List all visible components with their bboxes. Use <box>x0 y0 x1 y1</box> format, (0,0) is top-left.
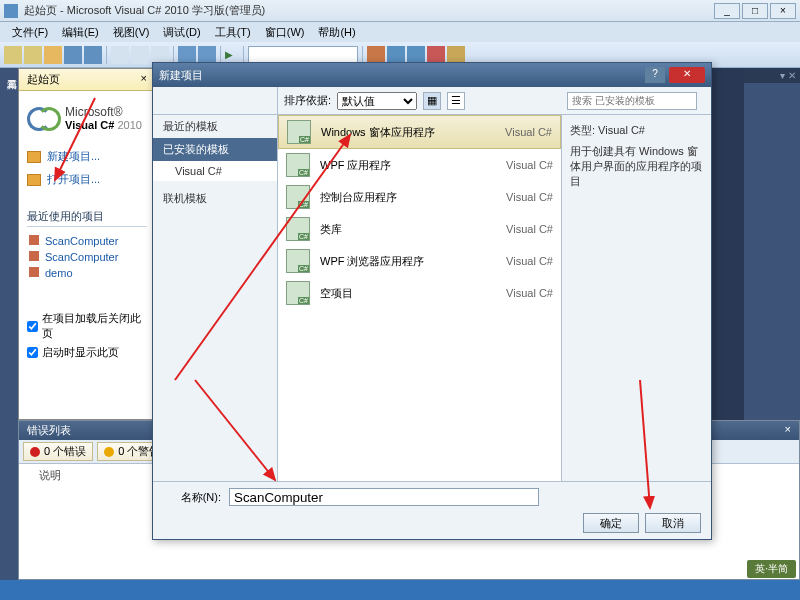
add-item-icon[interactable] <box>24 46 42 64</box>
errors-filter[interactable]: 0 个错误 <box>23 442 93 461</box>
open-project-icon <box>27 174 41 186</box>
template-description: 类型: Visual C# 用于创建具有 Windows 窗体用户界面的应用程序… <box>561 115 711 481</box>
dialog-close-button[interactable]: ✕ <box>669 67 705 83</box>
template-list: Windows 窗体应用程序Visual C# WPF 应用程序Visual C… <box>278 115 561 481</box>
tool-icon-2[interactable] <box>387 46 405 64</box>
new-project-icon <box>27 151 41 163</box>
sort-label: 排序依据: <box>284 93 331 108</box>
close-after-load-checkbox[interactable]: 在项目加载后关闭此页 <box>27 309 147 343</box>
tool-icon-5[interactable] <box>447 46 465 64</box>
template-wpf-browser[interactable]: WPF 浏览器应用程序Visual C# <box>278 245 561 277</box>
sort-select[interactable]: 默认值 <box>337 92 417 110</box>
redo-icon[interactable] <box>198 46 216 64</box>
brand-small: Microsoft® <box>65 105 142 119</box>
window-titlebar: 起始页 - Microsoft Visual C# 2010 学习版(管理员) … <box>0 0 800 22</box>
view-small-icon[interactable]: ☰ <box>447 92 465 110</box>
error-list-close[interactable]: × <box>785 423 791 438</box>
winforms-icon <box>287 120 311 144</box>
template-empty[interactable]: 空项目Visual C# <box>278 277 561 309</box>
copy-icon[interactable] <box>131 46 149 64</box>
template-classlib[interactable]: 类库Visual C# <box>278 213 561 245</box>
project-name-input[interactable] <box>229 488 539 506</box>
menu-tools[interactable]: 工具(T) <box>209 23 257 42</box>
tool-icon-1[interactable] <box>367 46 385 64</box>
template-winforms[interactable]: Windows 窗体应用程序Visual C# <box>278 115 561 149</box>
cat-visual-csharp[interactable]: Visual C# <box>153 161 277 181</box>
solution-explorer-panel: ▾ ✕ <box>744 68 800 420</box>
template-categories: 最近的模板 已安装的模板 Visual C# 联机模板 <box>153 115 278 481</box>
cut-icon[interactable] <box>111 46 129 64</box>
cancel-button[interactable]: 取消 <box>645 513 701 533</box>
window-title: 起始页 - Microsoft Visual C# 2010 学习版(管理员) <box>24 3 714 18</box>
warning-icon <box>104 447 114 457</box>
empty-icon <box>286 281 310 305</box>
config-select[interactable] <box>248 46 358 64</box>
ime-badge: 英·半简 <box>747 560 796 578</box>
cat-recent[interactable]: 最近的模板 <box>153 115 277 138</box>
menu-file[interactable]: 文件(F) <box>6 23 54 42</box>
close-button[interactable]: × <box>770 3 796 19</box>
name-label: 名称(N): <box>163 490 221 505</box>
template-search-input[interactable] <box>567 92 697 110</box>
console-icon <box>286 185 310 209</box>
maximize-button[interactable]: □ <box>742 3 768 19</box>
classlib-icon <box>286 217 310 241</box>
dialog-help-button[interactable]: ? <box>645 67 665 83</box>
brand-name: Visual C# <box>65 119 114 131</box>
error-icon <box>30 447 40 457</box>
new-project-link[interactable]: 新建项目... <box>27 145 147 168</box>
brand-year: 2010 <box>117 119 141 131</box>
infinity-icon <box>27 107 61 129</box>
menu-view[interactable]: 视图(V) <box>107 23 156 42</box>
error-list-title: 错误列表 <box>27 423 71 438</box>
tool-icon-3[interactable] <box>407 46 425 64</box>
status-bar <box>0 580 800 600</box>
wpf-browser-icon <box>286 249 310 273</box>
cat-installed[interactable]: 已安装的模板 <box>153 138 277 161</box>
save-icon[interactable] <box>64 46 82 64</box>
desc-type: 类型: Visual C# <box>570 123 703 138</box>
menu-help[interactable]: 帮助(H) <box>312 23 361 42</box>
open-icon[interactable] <box>44 46 62 64</box>
tool-icon-4[interactable] <box>427 46 445 64</box>
new-project-icon[interactable] <box>4 46 22 64</box>
ok-button[interactable]: 确定 <box>583 513 639 533</box>
template-console[interactable]: 控制台应用程序Visual C# <box>278 181 561 213</box>
wpf-icon <box>286 153 310 177</box>
save-all-icon[interactable] <box>84 46 102 64</box>
recent-header: 最近使用的项目 <box>27 209 147 227</box>
menu-debug[interactable]: 调试(D) <box>157 23 206 42</box>
show-on-startup-checkbox[interactable]: 启动时显示此页 <box>27 343 147 362</box>
menu-bar: 文件(F) 编辑(E) 视图(V) 调试(D) 工具(T) 窗口(W) 帮助(H… <box>0 22 800 42</box>
app-icon <box>4 4 18 18</box>
minimize-button[interactable]: _ <box>714 3 740 19</box>
desc-text: 用于创建具有 Windows 窗体用户界面的应用程序的项目 <box>570 144 703 189</box>
recent-item[interactable]: demo <box>27 265 147 281</box>
dialog-title: 新建项目 <box>159 68 645 83</box>
menu-window[interactable]: 窗口(W) <box>259 23 311 42</box>
menu-edit[interactable]: 编辑(E) <box>56 23 105 42</box>
toolbox-rail[interactable]: 工具箱 <box>0 68 18 600</box>
start-page: 起始页× Microsoft® Visual C# 2010 新建项目... 打… <box>18 68 156 420</box>
undo-icon[interactable] <box>178 46 196 64</box>
start-debug-icon[interactable] <box>225 48 239 62</box>
paste-icon[interactable] <box>151 46 169 64</box>
template-wpf[interactable]: WPF 应用程序Visual C# <box>278 149 561 181</box>
panel-pin[interactable]: ▾ ✕ <box>744 68 800 83</box>
view-medium-icon[interactable]: ▦ <box>423 92 441 110</box>
recent-item[interactable]: ScanComputer <box>27 233 147 249</box>
recent-item[interactable]: ScanComputer <box>27 249 147 265</box>
new-project-dialog: 新建项目 ? ✕ 排序依据: 默认值 ▦ ☰ 最近的模板 已安装的模板 Visu… <box>152 62 712 540</box>
open-project-link[interactable]: 打开项目... <box>27 168 147 191</box>
start-page-tab[interactable]: 起始页× <box>19 69 155 91</box>
cat-online[interactable]: 联机模板 <box>153 187 277 210</box>
vs-logo: Microsoft® Visual C# 2010 <box>27 105 147 131</box>
